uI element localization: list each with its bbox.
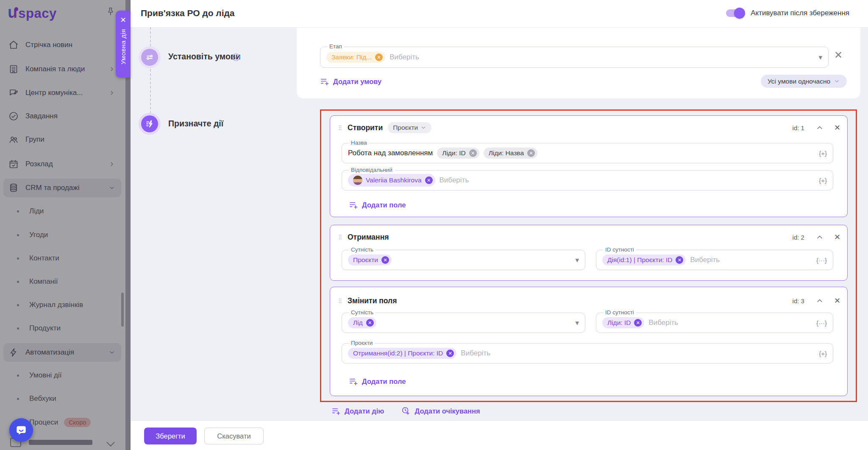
entity-id-field[interactable]: ID сутності Дія(id:1) | Проєкти: ID ✕ Ви… bbox=[596, 250, 833, 270]
projects-field[interactable]: Проєкти Отримання(id:2) | Проєкти: ID ✕ … bbox=[342, 343, 833, 363]
chip-remove-icon[interactable]: ✕ bbox=[527, 149, 535, 157]
page-title: Прив'язка РО до ліда bbox=[141, 8, 235, 18]
variable-chip[interactable]: Ліди: ID ✕ bbox=[437, 148, 479, 159]
modal-footer: Зберегти Скасувати bbox=[131, 421, 868, 450]
card-id-label: id: 1 bbox=[793, 124, 804, 131]
card-header-controls: id: 3 ✕ bbox=[793, 296, 840, 305]
chip-remove-icon[interactable]: ✕ bbox=[375, 53, 383, 61]
close-icon[interactable]: ✕ bbox=[120, 17, 126, 24]
add-wait-button[interactable]: Додати очікування bbox=[401, 406, 480, 416]
steps-connector bbox=[150, 27, 151, 114]
insert-variable-button[interactable]: {+} bbox=[819, 150, 827, 157]
entity-id-field[interactable]: ID сутності Ліди: ID ✕ Виберіть {···} bbox=[596, 313, 833, 333]
variable-chip-label: Ліди: Назва bbox=[489, 149, 524, 157]
step1-icon-wrap bbox=[139, 46, 161, 68]
stage-field-label: Етап bbox=[327, 43, 344, 50]
collapse-icon[interactable] bbox=[815, 296, 824, 305]
dropdown-caret-icon[interactable]: ▾ bbox=[575, 256, 579, 265]
drag-handle-icon[interactable] bbox=[337, 123, 343, 132]
stage-select-field[interactable]: Етап Заявки: Під... ✕ Виберіть ▾ bbox=[320, 47, 829, 68]
projects-chip[interactable]: Отримання(id:2) | Проєкти: ID ✕ bbox=[348, 348, 456, 359]
chat-bubble-icon bbox=[15, 424, 28, 436]
sliders-icon bbox=[141, 49, 158, 66]
clear-condition-icon[interactable]: ✕ bbox=[834, 50, 843, 60]
entity-id-chip[interactable]: Ліди: ID ✕ bbox=[602, 317, 644, 328]
add-action-button[interactable]: Додати дію bbox=[331, 406, 384, 416]
add-field-label: Додати поле bbox=[362, 377, 406, 386]
chevron-down-icon bbox=[834, 78, 840, 84]
conditions-mode-label: Усі умови одночасно bbox=[768, 78, 830, 85]
collapse-icon[interactable] bbox=[815, 233, 824, 241]
save-button[interactable]: Зберегти bbox=[144, 428, 197, 444]
list-plus-icon bbox=[349, 377, 358, 386]
step1-label: Установіть умови bbox=[168, 52, 241, 61]
insert-variable-button[interactable]: {···} bbox=[816, 257, 827, 264]
conditional-action-side-tab[interactable]: ✕ Умовна дія bbox=[116, 11, 131, 78]
card-title: Створити bbox=[348, 123, 383, 132]
conditions-mode-pill[interactable]: Усі умови одночасно bbox=[761, 75, 847, 88]
chip-remove-icon[interactable]: ✕ bbox=[634, 319, 642, 327]
responsible-placeholder: Виберіть bbox=[440, 176, 469, 184]
drag-handle-icon[interactable] bbox=[337, 232, 343, 242]
close-icon[interactable]: ✕ bbox=[834, 297, 840, 305]
variable-chip-label: Ліди: ID bbox=[442, 149, 465, 157]
entity-select-field[interactable]: Сутність Лід ✕ ▾ bbox=[342, 313, 585, 333]
action-bolt-icon bbox=[141, 115, 158, 132]
chevron-down-icon bbox=[420, 125, 426, 131]
entity-chip[interactable]: Проєкти ✕ bbox=[348, 254, 392, 266]
close-icon[interactable]: ✕ bbox=[834, 124, 840, 131]
info-icon[interactable] bbox=[231, 53, 241, 62]
chip-remove-icon[interactable]: ✕ bbox=[469, 149, 477, 157]
entity-type-pill[interactable]: Проєкти bbox=[388, 122, 431, 133]
entity-chip[interactable]: Лід ✕ bbox=[348, 317, 376, 328]
chip-remove-icon[interactable]: ✕ bbox=[676, 256, 683, 264]
responsible-field[interactable]: Відповідальний Valeriia Bashkirova ✕ Виб… bbox=[342, 170, 833, 190]
activate-toggle[interactable] bbox=[726, 9, 744, 17]
actions-footer-links: Додати дію Додати очікування bbox=[331, 406, 480, 416]
card-header-controls: id: 1 ✕ bbox=[793, 123, 840, 132]
chip-remove-icon[interactable]: ✕ bbox=[381, 256, 389, 264]
stage-chip[interactable]: Заявки: Під... ✕ bbox=[326, 52, 385, 63]
insert-variable-button[interactable]: {···} bbox=[816, 319, 827, 327]
name-field[interactable]: Назва Робота над замовленням Ліди: ID ✕ … bbox=[342, 143, 833, 163]
clock-plus-icon bbox=[401, 406, 410, 416]
insert-variable-button[interactable]: {+} bbox=[819, 177, 827, 184]
add-condition-label: Додати умову bbox=[333, 78, 381, 86]
modal-dim-overlay bbox=[0, 0, 125, 450]
projects-placeholder: Виберіть bbox=[461, 349, 490, 358]
modal-header: Прив'язка РО до ліда Активувати після зб… bbox=[131, 0, 868, 28]
chip-remove-icon[interactable]: ✕ bbox=[366, 319, 374, 327]
step2-icon-wrap bbox=[139, 113, 161, 135]
insert-variable-button[interactable]: {+} bbox=[819, 350, 827, 357]
cancel-button[interactable]: Скасувати bbox=[204, 428, 264, 444]
entity-id-placeholder: Виберіть bbox=[648, 319, 678, 327]
card-header: Створити Проєкти id: 1 ✕ bbox=[337, 122, 840, 134]
add-field-button[interactable]: Додати поле bbox=[349, 201, 406, 210]
activate-toggle-wrap: Активувати після збереження bbox=[726, 9, 849, 17]
drag-handle-icon[interactable] bbox=[337, 296, 343, 305]
action-card-create: Створити Проєкти id: 1 ✕ Назва Робота на… bbox=[330, 115, 848, 217]
dropdown-caret-icon[interactable]: ▾ bbox=[818, 53, 822, 62]
variable-chip[interactable]: Ліди: Назва ✕ bbox=[484, 148, 537, 159]
add-wait-label: Додати очікування bbox=[415, 407, 480, 415]
chat-widget-button[interactable] bbox=[9, 418, 33, 442]
responsible-field-label: Відповідальний bbox=[349, 167, 395, 173]
chip-remove-icon[interactable]: ✕ bbox=[446, 349, 454, 357]
automation-editor-panel: Прив'язка РО до ліда Активувати після зб… bbox=[131, 0, 868, 450]
collapse-icon[interactable] bbox=[815, 123, 824, 132]
card-header: Змінити поля id: 3 ✕ bbox=[337, 295, 840, 307]
list-plus-icon bbox=[331, 407, 340, 416]
entity-select-field[interactable]: Сутність Проєкти ✕ ▾ bbox=[342, 250, 585, 270]
name-field-text: Робота над замовленням bbox=[348, 149, 433, 157]
step2-label: Призначте дії bbox=[168, 119, 223, 129]
add-field-button[interactable]: Додати поле bbox=[349, 377, 406, 386]
chip-remove-icon[interactable]: ✕ bbox=[425, 176, 433, 184]
card-header: Отримання id: 2 ✕ bbox=[337, 231, 840, 243]
entity-id-chip[interactable]: Дія(id:1) | Проєкти: ID ✕ bbox=[602, 254, 686, 266]
list-plus-icon bbox=[349, 201, 358, 210]
toggle-knob[interactable] bbox=[734, 8, 745, 19]
close-icon[interactable]: ✕ bbox=[834, 233, 840, 241]
add-condition-button[interactable]: Додати умову bbox=[320, 77, 381, 86]
user-chip[interactable]: Valeriia Bashkirova ✕ bbox=[348, 174, 435, 187]
dropdown-caret-icon[interactable]: ▾ bbox=[575, 319, 579, 327]
